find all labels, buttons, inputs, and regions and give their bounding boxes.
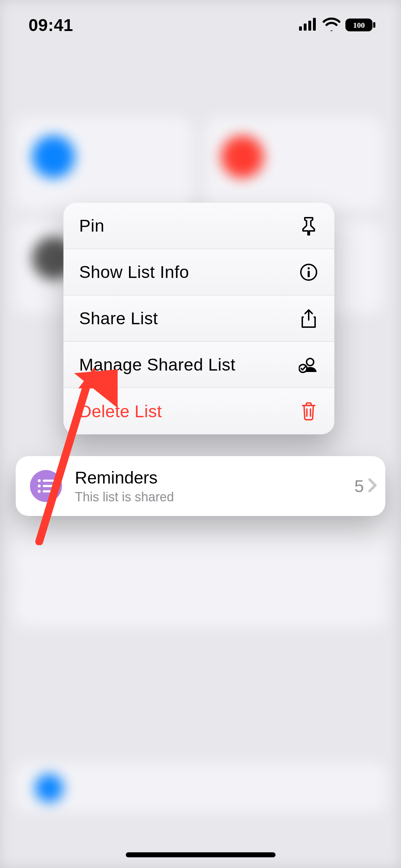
status-bar: 09:41 100 xyxy=(0,0,401,50)
battery-icon: 100 xyxy=(345,18,376,32)
svg-rect-8 xyxy=(308,271,310,277)
svg-rect-5 xyxy=(373,22,375,28)
context-menu: Pin Show List Info Share List Manag xyxy=(63,203,334,434)
list-count: 5 xyxy=(354,476,364,496)
svg-point-13 xyxy=(38,485,41,487)
svg-rect-1 xyxy=(304,24,307,31)
svg-rect-14 xyxy=(43,485,54,487)
manage-shared-icon xyxy=(299,355,319,375)
battery-percent-text: 100 xyxy=(353,21,365,30)
chevron-right-icon xyxy=(366,477,379,495)
svg-rect-12 xyxy=(43,480,54,482)
wifi-icon xyxy=(323,17,340,32)
svg-rect-0 xyxy=(299,26,302,31)
list-subtitle: This list is shared xyxy=(75,490,354,505)
status-time: 09:41 xyxy=(29,15,73,35)
menu-item-label: Manage Shared List xyxy=(79,355,236,374)
home-indicator xyxy=(126,852,276,857)
svg-point-7 xyxy=(308,267,310,269)
list-title: Reminders xyxy=(75,468,354,487)
menu-item-label: Show List Info xyxy=(79,262,189,282)
svg-point-11 xyxy=(38,479,41,482)
menu-item-label: Delete List xyxy=(79,402,162,421)
trash-icon xyxy=(299,401,319,421)
share-icon xyxy=(299,309,319,329)
reminders-list-card[interactable]: Reminders This list is shared 5 xyxy=(16,456,385,516)
list-texts: Reminders This list is shared xyxy=(75,468,354,505)
menu-item-label: Pin xyxy=(79,216,104,236)
svg-rect-16 xyxy=(43,490,54,492)
status-indicators: 100 xyxy=(299,17,376,32)
show-list-info-menu-item[interactable]: Show List Info xyxy=(63,249,334,295)
svg-point-15 xyxy=(38,490,41,493)
share-list-menu-item[interactable]: Share List xyxy=(63,295,334,342)
svg-rect-3 xyxy=(313,18,316,31)
cellular-signal-icon xyxy=(299,18,318,32)
menu-item-label: Share List xyxy=(79,309,158,328)
manage-shared-list-menu-item[interactable]: Manage Shared List xyxy=(63,342,334,388)
svg-point-9 xyxy=(307,358,314,366)
pin-icon xyxy=(299,216,319,236)
svg-rect-2 xyxy=(308,21,311,31)
pin-menu-item[interactable]: Pin xyxy=(63,203,334,249)
info-icon xyxy=(299,262,319,282)
list-bullets-icon xyxy=(30,470,62,502)
delete-list-menu-item[interactable]: Delete List xyxy=(63,388,334,434)
